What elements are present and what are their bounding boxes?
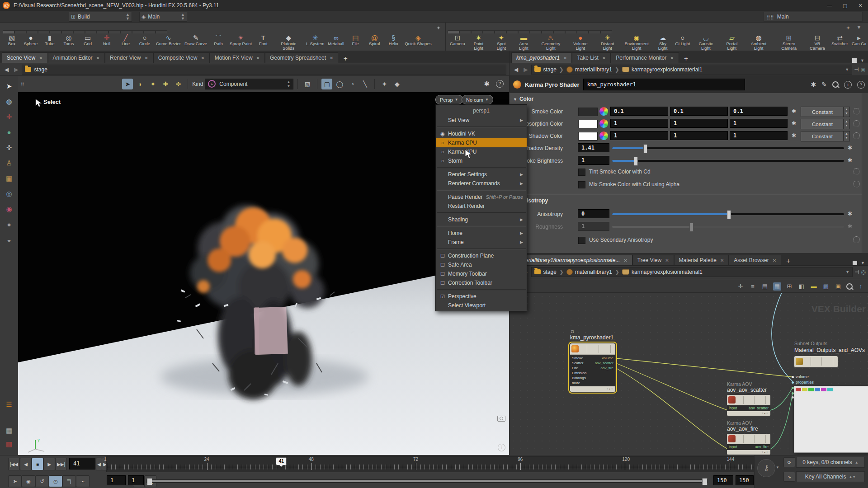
value-field[interactable]: 1.41 [578, 143, 609, 152]
palette-color[interactable] [804, 422, 813, 432]
param-menu-icon[interactable]: ✱ [848, 211, 852, 217]
view-menu-item[interactable]: Restart Render [436, 202, 527, 211]
palette-color[interactable] [794, 413, 804, 422]
layers-icon[interactable]: ☰ [0, 398, 18, 411]
close-tab-icon[interactable]: ✕ [39, 56, 42, 61]
shelf-tool[interactable]: ☁ Sky Light [653, 34, 673, 51]
param-menu-icon[interactable]: ✱ [792, 132, 796, 139]
shelf-tab[interactable] [132, 30, 144, 33]
close-tab-icon[interactable]: ✕ [720, 258, 724, 263]
shelf-tab[interactable] [459, 30, 471, 33]
palette-color[interactable] [804, 413, 813, 422]
view-menu-item[interactable]: ○ Storm [436, 156, 527, 165]
playbar-options-icon[interactable]: ➤ [8, 475, 22, 487]
palette-color[interactable] [794, 393, 804, 403]
pane-tab[interactable]: Material Palette✕ [674, 255, 729, 265]
shelf-tool[interactable]: ⊡ Camera [448, 34, 467, 46]
slider[interactable] [612, 213, 844, 215]
loop-icon[interactable]: ↺ [35, 475, 49, 487]
snapshot-camera-icon[interactable] [497, 416, 505, 423]
palette-color[interactable] [804, 403, 813, 413]
view-menu-item[interactable]: Home ▶ [436, 229, 527, 238]
playback-range-slider[interactable] [146, 479, 708, 483]
shelf-tool[interactable]: ▧ Box [3, 34, 21, 46]
shelf-tool[interactable]: ✶ Point Light [467, 34, 490, 51]
view-menu-item[interactable]: Shading ▶ [436, 215, 527, 224]
brush-select-icon[interactable]: ◔ [347, 79, 358, 89]
viewport-options-gear-icon[interactable]: ✱ [484, 80, 490, 88]
shelf-tool[interactable]: ⊟ VR Camera [805, 34, 830, 51]
palette-color[interactable] [832, 442, 841, 452]
audio-icon[interactable]: ◉ [22, 475, 35, 487]
shelf-tab[interactable] [108, 30, 120, 33]
select-dynamics-icon[interactable]: ✚ [160, 79, 171, 89]
wrench-icon[interactable]: ✛ [736, 282, 745, 291]
pin-tool-icon[interactable]: ◉ [0, 202, 18, 216]
lock-icon[interactable]: ◍ [0, 95, 18, 108]
shelf-tool[interactable]: @ Spiral [365, 34, 383, 46]
pane-tab[interactable]: materiallibrary1/karmapyroexplosionmate.… [511, 255, 632, 265]
scoped-channels-icon[interactable]: ⟳ [783, 457, 795, 467]
range-handle-left[interactable] [147, 478, 152, 485]
up-level-icon[interactable]: ↑ [857, 282, 865, 291]
ramp-icon[interactable] [853, 181, 860, 188]
value-g[interactable]: 1 [670, 119, 728, 128]
value-field[interactable]: 0 [578, 209, 609, 218]
animation-editor-icon[interactable]: ∿ [783, 472, 795, 482]
close-tab-icon[interactable]: ✕ [144, 56, 148, 61]
slider-handle[interactable] [643, 144, 647, 153]
palette-color[interactable] [804, 432, 813, 442]
value-r[interactable]: 1 [610, 131, 668, 140]
search-icon[interactable] [846, 283, 853, 290]
value-g[interactable]: 0.1 [670, 107, 728, 116]
view-menu-item[interactable]: Pause Render Shift+P or Pause [436, 192, 527, 202]
value-field[interactable]: 1 [578, 156, 609, 165]
color-swatch[interactable] [578, 120, 598, 128]
param-menu-icon[interactable]: ✱ [848, 223, 852, 230]
shelf-tab[interactable] [448, 30, 459, 33]
close-tab-icon[interactable]: ✕ [623, 258, 627, 263]
help-icon[interactable]: ? [496, 80, 504, 88]
frame-step-back[interactable]: ◀ [96, 458, 102, 470]
shelf-tab[interactable] [565, 30, 577, 33]
close-tab-icon[interactable]: ✕ [256, 56, 260, 61]
tree-icon[interactable]: ≡ [749, 282, 757, 291]
palette-color[interactable] [822, 413, 832, 422]
list-icon[interactable]: ▤ [761, 282, 769, 291]
color-swatch[interactable] [578, 108, 598, 116]
add-pane-tab-button[interactable]: ＋ [679, 54, 693, 63]
shelf-tab[interactable] [483, 30, 495, 33]
view-menu-item[interactable]: ☐ Construction Plane [436, 251, 527, 260]
key-all-channels-button[interactable]: Key All Channels▲▼ [796, 471, 865, 482]
shelf-tool[interactable]: ▸ Gan Ca [850, 34, 868, 46]
shelf-tab[interactable] [577, 30, 589, 33]
ramp-icon[interactable] [853, 168, 860, 175]
path-field[interactable]: stage ❯ materiallibrary1 ❯ karmapyroexpl… [531, 65, 852, 75]
color-wheel-icon[interactable] [599, 107, 608, 116]
boxes-tool-icon[interactable]: ▣ [0, 172, 18, 185]
node-aov-scatter[interactable]: inputaov_scatter ◦ • ◦ [727, 395, 770, 416]
select-mode-icon[interactable]: ➤ [122, 79, 133, 89]
param-menu-icon[interactable]: ✱ [792, 108, 796, 114]
palette-color[interactable] [850, 393, 860, 403]
pane-maximize-icon[interactable] [853, 261, 857, 265]
close-button[interactable]: ✕ [853, 0, 868, 11]
palette-color[interactable] [822, 432, 832, 442]
palette-color[interactable] [804, 393, 813, 403]
shelf-tab[interactable] [120, 30, 132, 33]
shelf-tool[interactable]: ▤ File [346, 34, 364, 46]
network-canvas[interactable]: VEX Builder ◘ kma_pyroshader1 Smokevolum… [509, 293, 868, 455]
shelf-tab[interactable] [506, 30, 518, 33]
close-tab-icon[interactable]: ✕ [201, 56, 204, 61]
realtime-toggle-icon[interactable]: ◷ [49, 475, 62, 487]
value-r[interactable]: 1 [610, 119, 668, 128]
value-b[interactable]: 0.1 [730, 107, 788, 116]
palette-color[interactable] [850, 422, 860, 432]
pin-icon[interactable]: ⊣ [854, 66, 859, 73]
palette-color[interactable] [822, 393, 832, 403]
shelf-tool[interactable]: ◎ Torus [60, 34, 78, 46]
link-target-icon[interactable]: ◎ [861, 66, 865, 73]
add-pane-tab-button[interactable]: ＋ [338, 54, 352, 63]
shelf-tool[interactable]: ● Sphere [22, 34, 40, 46]
close-tab-icon[interactable]: ✕ [96, 56, 100, 61]
